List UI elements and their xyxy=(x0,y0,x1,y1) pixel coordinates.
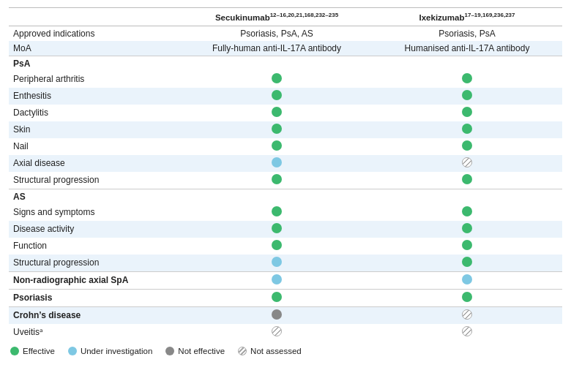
row-label: Skin xyxy=(9,121,182,138)
col2-cell: Fully-human anti-IL-17A antibody xyxy=(182,41,372,56)
col3-cell xyxy=(372,306,562,324)
row-label: Signs and symptoms xyxy=(9,204,182,221)
legend-not-assessed: Not assessed xyxy=(238,347,302,355)
row-label: Peripheral arthritis xyxy=(9,71,182,88)
col2-cell xyxy=(182,221,372,238)
row-label: Crohn’s disease xyxy=(9,306,182,324)
col2-cell xyxy=(182,204,372,221)
col3-cell xyxy=(372,238,562,255)
col2-cell xyxy=(182,155,372,172)
col3-header: Ixekizumab17–19,169,236,237 xyxy=(372,8,562,26)
col2-cell xyxy=(182,88,372,105)
col3-cell xyxy=(372,255,562,272)
col2-cell xyxy=(182,172,372,189)
col3-cell xyxy=(372,289,562,306)
table-row: Signs and symptoms xyxy=(9,204,562,221)
col3-cell xyxy=(372,121,562,138)
col3-cell xyxy=(372,138,562,155)
table-row: Function xyxy=(9,238,562,255)
col3-cell xyxy=(372,88,562,105)
table-row: Skin xyxy=(9,121,562,138)
col3-cell xyxy=(372,271,562,289)
effective-icon xyxy=(10,347,19,355)
row-label: Structural progression xyxy=(9,172,182,189)
row-label: MoA xyxy=(9,41,182,56)
col3-label: Ixekizumab xyxy=(419,13,465,22)
col2-label: Secukinumab xyxy=(215,13,270,22)
col2-cell xyxy=(182,289,372,306)
table-row: Enthesitis xyxy=(9,88,562,105)
table-row: Peripheral arthritis xyxy=(9,71,562,88)
row-label: Disease activity xyxy=(9,221,182,238)
col3-cell xyxy=(372,324,562,341)
col2-cell xyxy=(182,271,372,289)
table-row: Uveitisᵃ xyxy=(9,324,562,341)
col3-cell xyxy=(372,172,562,189)
section-label: PsA xyxy=(9,56,562,71)
section-label: AS xyxy=(9,189,562,204)
row-label: Approved indications xyxy=(9,26,182,41)
comparison-table: Secukinumab12–16,20,21,168,232–235 Ixeki… xyxy=(9,7,562,341)
table-row: Structural progression xyxy=(9,255,562,272)
col2-sup: 12–16,20,21,168,232–235 xyxy=(270,12,338,18)
not-effective-icon xyxy=(165,347,174,355)
table-row: Nail xyxy=(9,138,562,155)
row-label: Structural progression xyxy=(9,255,182,272)
legend: Effective Under investigation Not effect… xyxy=(9,347,562,355)
table-row: Dactylitis xyxy=(9,105,562,121)
col2-cell: Psoriasis, PsA, AS xyxy=(182,26,372,41)
row-label: Non-radiographic axial SpA xyxy=(9,271,182,289)
col2-cell xyxy=(182,121,372,138)
row-label: Function xyxy=(9,238,182,255)
col1-header xyxy=(9,8,182,26)
col2-cell xyxy=(182,238,372,255)
table-row: Crohn’s disease xyxy=(9,306,562,324)
row-label: Enthesitis xyxy=(9,88,182,105)
table-row: Structural progression xyxy=(9,172,562,189)
col2-cell xyxy=(182,138,372,155)
col2-cell xyxy=(182,105,372,121)
legend-effective: Effective xyxy=(10,347,55,355)
col2-cell xyxy=(182,71,372,88)
not-assessed-label: Not assessed xyxy=(250,347,302,355)
investigation-icon xyxy=(68,347,77,355)
row-label: Nail xyxy=(9,138,182,155)
row-label: Uveitisᵃ xyxy=(9,324,182,341)
not-effective-label: Not effective xyxy=(178,347,225,355)
col3-cell: Humanised anti-IL-17A antibody xyxy=(372,41,562,56)
col3-sup: 17–19,169,236,237 xyxy=(465,12,515,18)
table-row: Psoriasis xyxy=(9,289,562,306)
table-row: Approved indicationsPsoriasis, PsA, ASPs… xyxy=(9,26,562,41)
col3-cell: Psoriasis, PsA xyxy=(372,26,562,41)
col3-cell xyxy=(372,204,562,221)
col3-cell xyxy=(372,105,562,121)
col2-cell xyxy=(182,324,372,341)
col3-cell xyxy=(372,71,562,88)
row-label: Psoriasis xyxy=(9,289,182,306)
section-header-row: AS xyxy=(9,189,562,204)
investigation-label: Under investigation xyxy=(81,347,152,355)
col2-header: Secukinumab12–16,20,21,168,232–235 xyxy=(182,8,372,26)
col2-cell xyxy=(182,255,372,272)
table-row: Non-radiographic axial SpA xyxy=(9,271,562,289)
table-row: Axial disease xyxy=(9,155,562,172)
section-header-row: PsA xyxy=(9,56,562,71)
legend-not-effective: Not effective xyxy=(165,347,225,355)
row-label: Axial disease xyxy=(9,155,182,172)
col2-cell xyxy=(182,306,372,324)
legend-investigation: Under investigation xyxy=(68,347,152,355)
not-assessed-icon xyxy=(238,347,247,355)
table-row: Disease activity xyxy=(9,221,562,238)
row-label: Dactylitis xyxy=(9,105,182,121)
col3-cell xyxy=(372,155,562,172)
effective-label: Effective xyxy=(23,347,55,355)
col3-cell xyxy=(372,221,562,238)
table-row: MoAFully-human anti-IL-17A antibodyHuman… xyxy=(9,41,562,56)
